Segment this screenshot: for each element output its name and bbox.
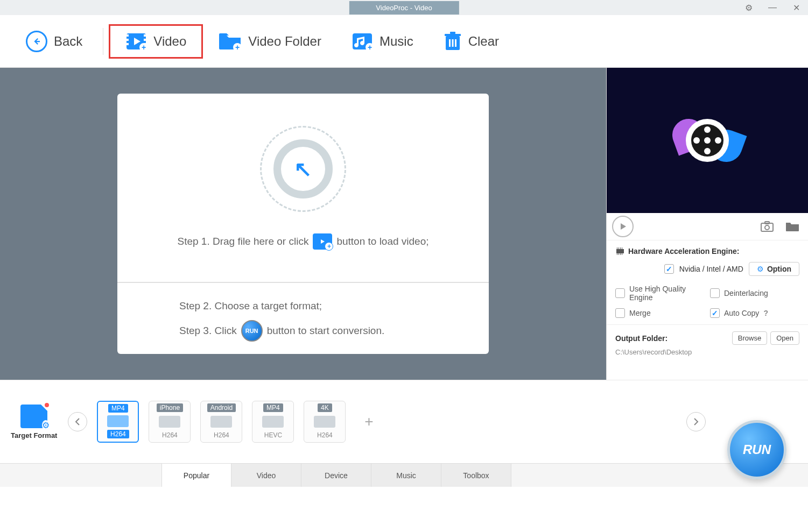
output-path: C:\Users\record\Desktop bbox=[615, 348, 799, 356]
svg-rect-25 bbox=[619, 247, 619, 249]
drop-card: ↖ Step 1. Drag file here or click button… bbox=[117, 94, 489, 353]
svg-rect-2 bbox=[127, 39, 129, 41]
browse-button[interactable]: Browse bbox=[732, 331, 767, 345]
chip-icon bbox=[615, 247, 625, 255]
hw-vendors-label: Nvidia / Intel / AMD bbox=[679, 265, 743, 273]
step2-text: Step 2. Choose a target format; bbox=[179, 294, 427, 318]
step3-b: button to start conversion. bbox=[267, 318, 385, 343]
autocopy-checkbox[interactable] bbox=[710, 308, 720, 318]
add-format-button[interactable]: + bbox=[355, 408, 382, 435]
video-folder-label: Video Folder bbox=[248, 34, 321, 49]
format-card-mp4-h264[interactable]: MP4H264 bbox=[97, 401, 139, 443]
video-label: Video bbox=[153, 34, 186, 49]
step1-text: Step 1. Drag file here or click button t… bbox=[177, 233, 428, 250]
run-button[interactable]: RUN bbox=[727, 420, 786, 479]
preview-controls bbox=[607, 213, 808, 240]
format-thumb-icon bbox=[262, 416, 284, 428]
svg-rect-4 bbox=[144, 34, 146, 37]
hw-option-button[interactable]: ⚙ Option bbox=[749, 262, 799, 276]
toolbar: Back + Video + Video Folder + Music Clea… bbox=[0, 15, 808, 68]
step3-text: Step 3. Click RUN button to start conver… bbox=[179, 318, 427, 343]
close-button[interactable]: ✕ bbox=[790, 3, 803, 13]
back-arrow-icon bbox=[26, 31, 47, 52]
music-icon: + bbox=[352, 32, 373, 51]
steps-2-3: Step 2. Choose a target format; Step 3. … bbox=[117, 283, 489, 353]
svg-rect-29 bbox=[619, 253, 619, 255]
open-folder-button[interactable] bbox=[782, 221, 803, 232]
tab-toolbox[interactable]: Toolbox bbox=[441, 464, 511, 487]
autocopy-label: Auto Copy bbox=[724, 309, 759, 317]
hw-vendors-checkbox[interactable] bbox=[664, 264, 674, 274]
svg-rect-23 bbox=[616, 249, 624, 253]
format-card-4k-h264[interactable]: 4KH264 bbox=[304, 401, 346, 443]
arrow-icon: ↖ bbox=[294, 157, 312, 181]
svg-rect-24 bbox=[617, 247, 617, 249]
main-area: ↖ Step 1. Drag file here or click button… bbox=[0, 68, 808, 380]
gear-icon[interactable]: ⚙ bbox=[742, 3, 755, 13]
video-icon: + bbox=[125, 32, 147, 51]
deinterlacing-checkbox[interactable] bbox=[710, 288, 720, 298]
target-format[interactable]: Target Format bbox=[11, 405, 57, 439]
clear-button[interactable]: Clear bbox=[428, 25, 514, 58]
tab-device[interactable]: Device bbox=[301, 464, 371, 487]
formats-list: MP4H264iPhoneH264AndroidH264MP4HEVC4KH26… bbox=[97, 401, 346, 443]
svg-rect-26 bbox=[620, 247, 621, 249]
format-bot-label: HEVC bbox=[264, 431, 282, 439]
step3-a: Step 3. Click bbox=[179, 318, 237, 343]
prev-formats-button[interactable] bbox=[68, 412, 87, 431]
tab-video[interactable]: Video bbox=[231, 464, 301, 487]
format-bar: Target Format MP4H264iPhoneH264AndroidH2… bbox=[0, 380, 808, 463]
play-button[interactable] bbox=[612, 216, 634, 237]
option-label: Option bbox=[767, 265, 791, 273]
quality-label: Use High Quality Engine bbox=[629, 285, 705, 302]
drop-zone[interactable]: ↖ Step 1. Drag file here or click button… bbox=[117, 94, 489, 282]
format-top-label: MP4 bbox=[108, 404, 128, 413]
back-button[interactable]: Back bbox=[11, 24, 97, 59]
tab-popular[interactable]: Popular bbox=[161, 464, 231, 487]
merge-checkbox[interactable] bbox=[615, 308, 625, 318]
add-video-button[interactable]: + Video bbox=[109, 24, 203, 59]
target-format-icon bbox=[20, 405, 47, 428]
format-thumb-icon bbox=[159, 416, 180, 428]
svg-rect-27 bbox=[622, 247, 622, 249]
svg-rect-15 bbox=[445, 34, 461, 36]
snapshot-button[interactable] bbox=[757, 221, 777, 232]
quality-checkbox[interactable] bbox=[615, 288, 625, 298]
hw-accel-section: Hardware Acceleration Engine: Nvidia / I… bbox=[607, 240, 808, 324]
svg-text:+: + bbox=[142, 43, 146, 51]
back-label: Back bbox=[54, 34, 82, 49]
svg-rect-1 bbox=[127, 34, 129, 37]
format-thumb-icon bbox=[107, 415, 129, 427]
format-card-mp4-hevc[interactable]: MP4HEVC bbox=[252, 401, 294, 443]
format-card-iphone-h264[interactable]: iPhoneH264 bbox=[149, 401, 191, 443]
format-thumb-icon bbox=[210, 416, 232, 428]
titlebar: VideoProc - Video ⚙ — ✕ bbox=[0, 0, 808, 15]
right-panel: Hardware Acceleration Engine: Nvidia / I… bbox=[606, 68, 808, 380]
add-video-folder-button[interactable]: + Video Folder bbox=[203, 26, 336, 57]
svg-text:+: + bbox=[368, 43, 372, 51]
format-thumb-icon bbox=[314, 416, 335, 428]
format-bot-label: H264 bbox=[162, 431, 178, 439]
format-bot-label: H264 bbox=[214, 431, 229, 439]
format-tabs: PopularVideoDeviceMusicToolbox bbox=[0, 463, 808, 487]
minimize-button[interactable]: — bbox=[766, 3, 779, 12]
preview-pane bbox=[607, 68, 808, 213]
svg-rect-31 bbox=[622, 253, 622, 255]
svg-rect-19 bbox=[455, 39, 456, 47]
tab-music[interactable]: Music bbox=[371, 464, 441, 487]
music-label: Music bbox=[380, 34, 413, 49]
hw-title-text: Hardware Acceleration Engine: bbox=[628, 247, 739, 256]
open-button[interactable]: Open bbox=[770, 331, 799, 345]
deint-label: Deinterlacing bbox=[724, 289, 768, 297]
next-formats-button[interactable] bbox=[686, 412, 706, 431]
svg-rect-28 bbox=[617, 253, 617, 255]
add-music-button[interactable]: + Music bbox=[336, 26, 428, 57]
format-top-label: MP4 bbox=[263, 403, 283, 412]
svg-rect-3 bbox=[127, 43, 129, 45]
help-icon[interactable]: ? bbox=[763, 309, 768, 317]
gear-icon: ⚙ bbox=[757, 265, 764, 273]
format-top-label: iPhone bbox=[157, 403, 183, 412]
svg-rect-16 bbox=[450, 32, 455, 34]
svg-text:+: + bbox=[235, 43, 240, 51]
format-card-android-h264[interactable]: AndroidH264 bbox=[200, 401, 242, 443]
